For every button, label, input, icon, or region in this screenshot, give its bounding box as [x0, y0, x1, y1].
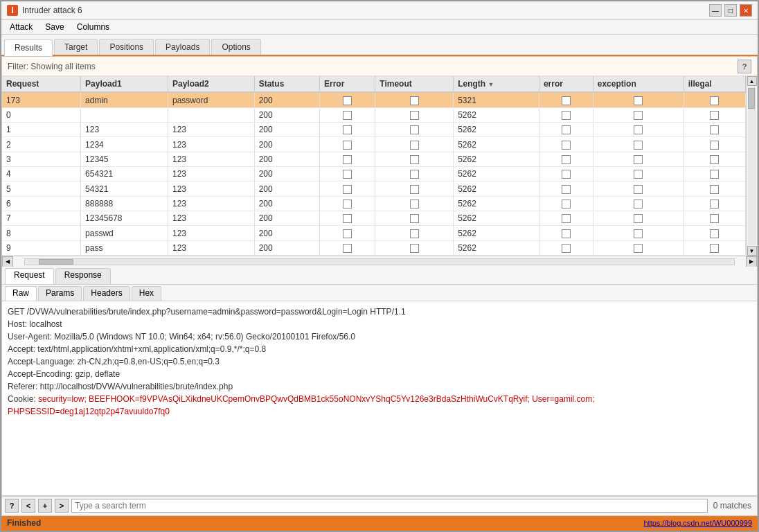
checkbox[interactable] [562, 141, 571, 150]
scroll-right-arrow[interactable]: ▶ [746, 256, 757, 267]
scroll-down-arrow[interactable]: ▼ [747, 246, 757, 256]
table-row[interactable]: 46543211232005262 [2, 167, 746, 181]
checkbox[interactable] [343, 185, 352, 194]
sub-tab-raw[interactable]: Raw [5, 286, 37, 301]
checkbox[interactable] [343, 141, 352, 150]
table-row[interactable]: 5543211232005262 [2, 181, 746, 196]
close-button[interactable]: ✕ [740, 4, 752, 17]
tab-results[interactable]: Results [4, 39, 53, 56]
checkbox[interactable] [410, 214, 419, 223]
table-row[interactable]: 212341232005262 [2, 137, 746, 152]
scroll-track-h[interactable] [24, 258, 735, 265]
checkbox[interactable] [634, 185, 643, 194]
scroll-left-arrow[interactable]: ◀ [2, 256, 13, 267]
table-row[interactable]: 7123456781232005262 [2, 211, 746, 226]
checkbox[interactable] [562, 244, 571, 253]
status-link[interactable]: https://blog.csdn.net/WU000999 [643, 519, 752, 527]
table-row[interactable]: 3123451232005262 [2, 152, 746, 166]
menu-save[interactable]: Save [39, 21, 69, 33]
col-error2[interactable]: error [539, 76, 593, 92]
checkbox[interactable] [562, 200, 571, 209]
panel-tab-request[interactable]: Request [5, 268, 54, 284]
checkbox[interactable] [634, 155, 643, 164]
checkbox[interactable] [634, 200, 643, 209]
checkbox[interactable] [634, 214, 643, 223]
horizontal-scrollbar[interactable]: ◀ ▶ [2, 256, 757, 267]
table-row[interactable]: 68888881232005262 [2, 196, 746, 211]
checkbox[interactable] [410, 185, 419, 194]
checkbox[interactable] [343, 229, 352, 238]
checkbox[interactable] [410, 170, 419, 179]
checkbox[interactable] [343, 111, 352, 120]
search-prev-button[interactable]: < [21, 499, 35, 513]
checkbox[interactable] [410, 111, 419, 120]
menu-columns[interactable]: Columns [71, 21, 115, 33]
scroll-track[interactable] [748, 87, 756, 245]
checkbox[interactable] [634, 170, 643, 179]
checkbox[interactable] [343, 214, 352, 223]
col-payload2[interactable]: Payload2 [168, 76, 255, 92]
col-illegal[interactable]: illegal [684, 76, 745, 92]
col-length[interactable]: Length ▼ [454, 76, 539, 92]
checkbox[interactable] [343, 155, 352, 164]
checkbox[interactable] [343, 200, 352, 209]
checkbox[interactable] [710, 229, 719, 238]
search-next-button[interactable]: > [55, 499, 69, 513]
checkbox[interactable] [634, 96, 643, 105]
sub-tab-headers[interactable]: Headers [83, 286, 130, 301]
sub-tab-hex[interactable]: Hex [132, 286, 161, 301]
col-payload1[interactable]: Payload1 [81, 76, 168, 92]
table-row[interactable]: 8passwd1232005262 [2, 226, 746, 240]
checkbox[interactable] [710, 155, 719, 164]
tab-options[interactable]: Options [211, 39, 260, 55]
col-request[interactable]: Request [2, 76, 81, 92]
checkbox[interactable] [562, 170, 571, 179]
tab-payloads[interactable]: Payloads [155, 39, 210, 55]
search-case-button[interactable]: + [38, 499, 52, 513]
checkbox[interactable] [562, 229, 571, 238]
checkbox[interactable] [410, 200, 419, 209]
checkbox[interactable] [710, 111, 719, 120]
minimize-button[interactable]: — [709, 4, 722, 17]
checkbox[interactable] [343, 244, 352, 253]
tab-positions[interactable]: Positions [99, 39, 154, 55]
checkbox[interactable] [634, 141, 643, 150]
checkbox[interactable] [562, 214, 571, 223]
checkbox[interactable] [634, 244, 643, 253]
scroll-thumb[interactable] [748, 88, 755, 109]
checkbox[interactable] [343, 125, 352, 134]
checkbox[interactable] [562, 111, 571, 120]
checkbox[interactable] [410, 141, 419, 150]
checkbox[interactable] [410, 244, 419, 253]
checkbox[interactable] [562, 125, 571, 134]
checkbox[interactable] [562, 96, 571, 105]
checkbox[interactable] [710, 96, 719, 105]
col-exception[interactable]: exception [593, 76, 684, 92]
checkbox[interactable] [410, 155, 419, 164]
col-status[interactable]: Status [254, 76, 319, 92]
vertical-scrollbar[interactable]: ▲ ▼ [746, 76, 757, 256]
search-help-button[interactable]: ? [5, 499, 19, 513]
checkbox[interactable] [710, 170, 719, 179]
search-input[interactable] [71, 499, 708, 513]
col-timeout[interactable]: Timeout [375, 76, 454, 92]
checkbox[interactable] [710, 141, 719, 150]
scroll-thumb-h[interactable] [39, 259, 73, 265]
checkbox[interactable] [634, 229, 643, 238]
checkbox[interactable] [710, 200, 719, 209]
panel-tab-response[interactable]: Response [55, 268, 111, 284]
checkbox[interactable] [710, 244, 719, 253]
menu-attack[interactable]: Attack [4, 21, 38, 33]
checkbox[interactable] [410, 96, 419, 105]
table-row[interactable]: 173adminpassword2005321 [2, 92, 746, 107]
checkbox[interactable] [410, 125, 419, 134]
table-row[interactable]: 11231232005262 [2, 123, 746, 137]
checkbox[interactable] [710, 185, 719, 194]
results-table-scroll[interactable]: Request Payload1 Payload2 Status Error T… [2, 76, 746, 256]
scroll-up-arrow[interactable]: ▲ [747, 76, 757, 86]
table-row[interactable]: 9pass1232005262 [2, 240, 746, 255]
tab-target[interactable]: Target [54, 39, 98, 55]
col-error[interactable]: Error [319, 76, 375, 92]
checkbox[interactable] [562, 155, 571, 164]
sub-tab-params[interactable]: Params [38, 286, 82, 301]
